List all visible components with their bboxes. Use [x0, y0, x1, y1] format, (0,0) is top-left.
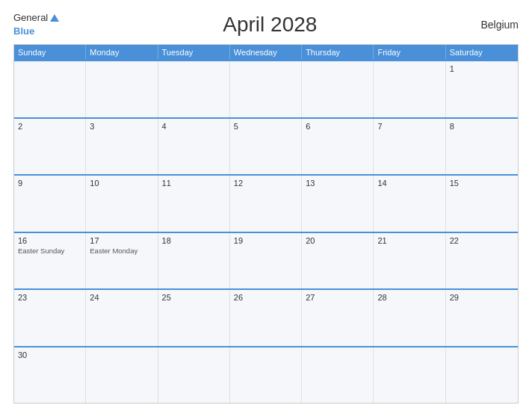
calendar-cell — [302, 61, 374, 117]
logo-general-text: General — [13, 12, 48, 24]
day-number: 23 — [18, 293, 81, 302]
day-number: 19 — [234, 236, 297, 245]
day-number: 13 — [306, 179, 369, 188]
weekday-header-sunday: Sunday — [14, 45, 86, 60]
calendar-cell — [230, 347, 302, 403]
calendar-cell: 11 — [158, 176, 230, 231]
weekday-header-monday: Monday — [86, 45, 158, 60]
day-number: 12 — [234, 179, 297, 188]
calendar-row-1: 2345678 — [14, 117, 518, 174]
calendar-header: SundayMondayTuesdayWednesdayThursdayFrid… — [14, 45, 518, 60]
calendar-cell — [14, 61, 86, 117]
calendar-cell: 16Easter Sunday — [14, 233, 86, 288]
page-header: General Blue April 2028 Belgium — [13, 12, 519, 37]
calendar-cell: 6 — [302, 119, 374, 174]
day-number: 21 — [377, 236, 441, 245]
calendar-cell — [86, 61, 158, 117]
day-number: 7 — [377, 122, 441, 131]
day-number: 9 — [18, 179, 81, 188]
weekday-header-saturday: Saturday — [446, 45, 518, 60]
day-number: 10 — [90, 179, 153, 188]
calendar-cell: 13 — [302, 176, 374, 231]
weekday-header-wednesday: Wednesday — [230, 45, 302, 60]
calendar-cell — [374, 347, 445, 403]
day-number: 2 — [18, 122, 81, 131]
calendar-cell — [230, 61, 302, 117]
day-number: 11 — [162, 179, 226, 188]
calendar-cell: 17Easter Monday — [86, 233, 158, 288]
calendar-cell — [158, 61, 230, 117]
calendar-cell: 2 — [14, 119, 86, 174]
day-number: 18 — [162, 236, 226, 245]
calendar-body: 12345678910111213141516Easter Sunday17Ea… — [14, 60, 518, 403]
day-number: 16 — [18, 236, 81, 245]
day-number: 6 — [306, 122, 369, 131]
calendar-row-2: 9101112131415 — [14, 174, 518, 231]
calendar-cell — [302, 347, 374, 403]
day-number: 4 — [162, 122, 226, 131]
calendar-row-3: 16Easter Sunday17Easter Monday1819202122 — [14, 232, 518, 288]
day-number: 25 — [162, 293, 226, 302]
day-event: Easter Sunday — [18, 247, 81, 255]
country-label: Belgium — [480, 19, 519, 31]
weekday-header-tuesday: Tuesday — [158, 45, 230, 60]
day-number: 14 — [377, 179, 441, 188]
calendar-cell — [446, 347, 518, 403]
calendar-cell — [158, 347, 230, 403]
calendar-cell: 28 — [374, 290, 445, 345]
calendar-cell: 8 — [446, 119, 518, 174]
calendar-cell: 9 — [14, 176, 86, 231]
day-number: 26 — [234, 293, 297, 302]
calendar-cell: 3 — [86, 119, 158, 174]
calendar-page: General Blue April 2028 Belgium SundayMo… — [0, 0, 532, 411]
calendar-cell: 23 — [14, 290, 86, 345]
calendar-cell: 4 — [158, 119, 230, 174]
day-number: 1 — [450, 64, 514, 73]
calendar-cell — [374, 61, 445, 117]
day-number: 30 — [18, 350, 81, 359]
day-number: 5 — [234, 122, 297, 131]
calendar-cell: 30 — [14, 347, 86, 403]
logo-blue-text: Blue — [13, 25, 34, 37]
calendar-cell: 12 — [230, 176, 302, 231]
calendar-cell: 24 — [86, 290, 158, 345]
calendar-cell: 20 — [302, 233, 374, 288]
calendar-cell: 5 — [230, 119, 302, 174]
calendar-cell: 19 — [230, 233, 302, 288]
calendar-cell: 21 — [374, 233, 445, 288]
calendar-cell: 22 — [446, 233, 518, 288]
day-event: Easter Monday — [90, 247, 153, 255]
calendar-cell: 7 — [374, 119, 445, 174]
calendar-cell: 26 — [230, 290, 302, 345]
calendar-row-5: 30 — [14, 346, 518, 403]
calendar-cell — [86, 347, 158, 403]
logo-triangle-icon — [50, 14, 59, 22]
calendar-row-0: 1 — [14, 60, 518, 117]
weekday-header-thursday: Thursday — [302, 45, 374, 60]
calendar-cell: 1 — [446, 61, 518, 117]
day-number: 3 — [90, 122, 153, 131]
calendar-cell: 25 — [158, 290, 230, 345]
calendar-cell: 14 — [374, 176, 445, 231]
day-number: 15 — [450, 179, 514, 188]
calendar-cell: 27 — [302, 290, 374, 345]
calendar-cell: 15 — [446, 176, 518, 231]
calendar-cell: 10 — [86, 176, 158, 231]
weekday-header-friday: Friday — [374, 45, 445, 60]
day-number: 17 — [90, 236, 153, 245]
calendar-row-4: 23242526272829 — [14, 288, 518, 345]
day-number: 22 — [450, 236, 514, 245]
day-number: 8 — [450, 122, 514, 131]
calendar-grid: SundayMondayTuesdayWednesdayThursdayFrid… — [13, 44, 519, 404]
day-number: 24 — [90, 293, 153, 302]
calendar-title: April 2028 — [223, 13, 317, 37]
day-number: 20 — [306, 236, 369, 245]
logo: General Blue — [13, 12, 59, 37]
day-number: 29 — [450, 293, 514, 302]
calendar-cell: 18 — [158, 233, 230, 288]
calendar-cell: 29 — [446, 290, 518, 345]
day-number: 28 — [377, 293, 441, 302]
day-number: 27 — [306, 293, 369, 302]
